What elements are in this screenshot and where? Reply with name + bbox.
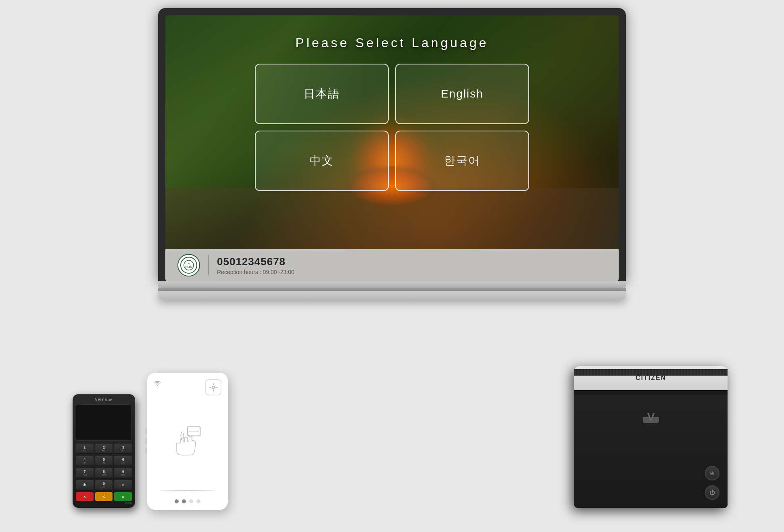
key-cancel[interactable]: X (76, 492, 94, 501)
key-1[interactable]: 1 OZ. (76, 444, 94, 454)
key-3[interactable]: 3 DEF (114, 444, 132, 454)
footer-logo: AI PASS (177, 254, 200, 276)
receipt-printer: CITIZEN V ⊕ ⏻ (574, 366, 728, 508)
language-button-korean[interactable]: 한국어 (395, 131, 529, 191)
key-0[interactable]: 0 SP (95, 480, 113, 490)
screen-title: Please Select Language (165, 35, 619, 50)
svg-text:PASS: PASS (186, 266, 192, 268)
nfc-reader (147, 373, 228, 510)
key-hash[interactable]: # (114, 480, 132, 490)
terminal-body: Verifone 1 OZ. 2 ABC 3 (73, 394, 135, 508)
printer-feed-button[interactable]: ⊕ (705, 466, 719, 480)
nfc-body (147, 373, 228, 510)
side-dot-2 (145, 438, 147, 445)
terminal-keypad: 1 OZ. 2 ABC 3 DEF (76, 444, 132, 490)
nfc-hand-icon (169, 423, 206, 459)
printer-controls: ⊕ ⏻ (705, 466, 719, 500)
nfc-dot-3 (189, 499, 193, 503)
key-2[interactable]: 2 ABC (95, 444, 113, 454)
func-keys: X < O (76, 492, 132, 501)
language-button-japanese[interactable]: 日本語 (255, 64, 389, 124)
printer-v-icon: V (647, 411, 655, 424)
svg-point-0 (181, 257, 197, 273)
feed-icon: ⊕ (710, 470, 715, 476)
side-dot-1 (145, 428, 147, 435)
key-star[interactable]: ✱ (76, 480, 94, 490)
printer-logo: V (641, 407, 661, 427)
key-6[interactable]: 6 MNO (114, 456, 132, 466)
terminal-screen (76, 404, 132, 441)
side-indicators (145, 428, 147, 454)
footer-info: 05012345678 Reception hours : 09:00~23:0… (217, 256, 294, 275)
nfc-dot-2 (182, 499, 186, 503)
printer-zipper (574, 369, 728, 376)
language-grid: 日本語 English 中文 한국어 (255, 64, 529, 191)
printer-paper-slot (574, 390, 728, 395)
laptop-screen: Please Select Language 日本語 English 中文 한국… (165, 15, 619, 281)
terminal-model-label: P400 (76, 502, 132, 505)
scene: Please Select Language 日本語 English 中文 한국… (0, 0, 784, 532)
language-button-chinese[interactable]: 中文 (255, 131, 389, 191)
footer-divider (208, 255, 209, 275)
svg-point-4 (212, 386, 215, 389)
nfc-tap-area (169, 399, 206, 484)
nfc-dot-4 (196, 499, 200, 503)
nfc-top-button[interactable] (205, 379, 221, 395)
terminal-brand-label: Verifone (76, 397, 132, 402)
key-5[interactable]: 5 JKL (95, 456, 113, 466)
svg-text:AI: AI (188, 262, 190, 265)
printer-main-body: V ⊕ ⏻ (574, 395, 728, 508)
nfc-dots (175, 499, 200, 503)
laptop-hinge (158, 288, 626, 291)
screen-footer: AI PASS 05012345678 Reception hours : 09… (165, 249, 619, 281)
power-icon: ⏻ (709, 489, 715, 496)
side-dot-3 (145, 448, 147, 454)
svg-point-1 (184, 260, 194, 270)
laptop-bezel: Please Select Language 日本語 English 中文 한국… (158, 8, 626, 281)
language-button-english[interactable]: English (395, 64, 529, 124)
nfc-line (161, 490, 215, 491)
laptop: Please Select Language 日本語 English 中文 한국… (158, 8, 626, 300)
footer-hours: Reception hours : 09:00~23:00 (217, 269, 294, 275)
laptop-base (158, 281, 626, 288)
key-7[interactable]: 7 PRS (76, 468, 94, 478)
payment-terminal: Verifone 1 OZ. 2 ABC 3 (73, 394, 135, 508)
key-8[interactable]: 8 TUV (95, 468, 113, 478)
printer-body: CITIZEN V ⊕ ⏻ (574, 366, 728, 508)
nfc-dot-1 (175, 499, 179, 503)
key-4[interactable]: 4 GHI (76, 456, 94, 466)
key-enter[interactable]: O (114, 492, 132, 501)
printer-power-button[interactable]: ⏻ (705, 485, 719, 500)
wifi-icon (154, 379, 161, 395)
footer-phone: 05012345678 (217, 256, 294, 268)
laptop-bottom (158, 291, 626, 300)
key-9[interactable]: 9 WXY (114, 468, 132, 478)
key-back[interactable]: < (95, 492, 113, 501)
